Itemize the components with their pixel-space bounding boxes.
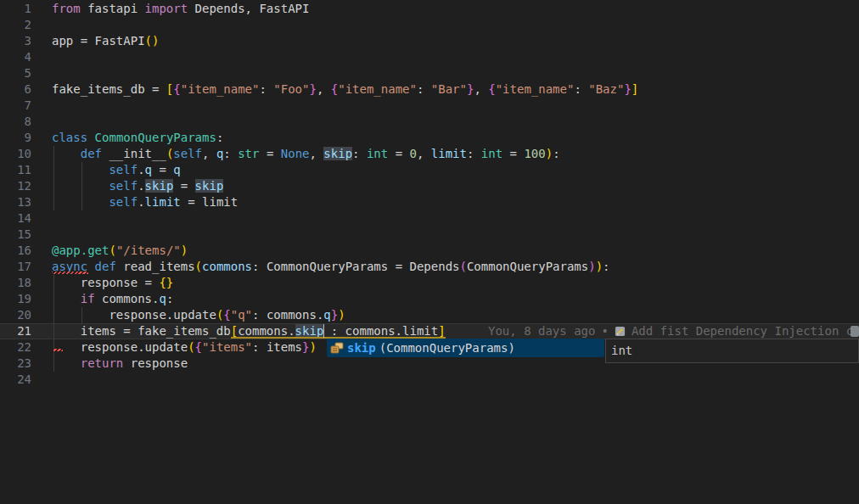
code-text: async def read_items(commons: CommonQuer…	[52, 259, 610, 275]
code-token: :	[259, 82, 273, 96]
code-token: class	[52, 131, 87, 144]
error-squiggle-line22	[53, 349, 63, 351]
code-token: )	[181, 244, 188, 257]
code-token: limit	[145, 195, 181, 209]
code-token: ,	[310, 147, 324, 160]
code-line[interactable]	[0, 98, 859, 114]
code-line[interactable]: async def read_items(commons: CommonQuer…	[0, 259, 859, 275]
code-text: return response	[52, 356, 188, 372]
code-line[interactable]: class CommonQueryParams:	[0, 130, 859, 146]
code-token: )	[588, 260, 595, 273]
code-line[interactable]	[0, 17, 859, 33]
code-token: self	[109, 179, 138, 193]
code-token: read_items	[116, 260, 195, 273]
code-text: self.limit = limit	[52, 194, 238, 210]
code-token: ()	[145, 34, 160, 48]
code-token	[52, 292, 81, 305]
code-token: fastapi	[81, 2, 145, 15]
code-token: commons	[202, 260, 252, 273]
code-token: response.update	[52, 308, 216, 322]
code-token: str	[238, 147, 259, 160]
code-token: :	[574, 82, 588, 96]
blame-author: You, 8 days ago	[488, 323, 595, 339]
code-editor: 123456789101112131415161718192021222324 …	[0, 0, 859, 504]
code-token: "q"	[231, 308, 252, 322]
code-line[interactable]: if commons.q:	[0, 291, 859, 307]
code-token: @app.get	[52, 244, 109, 257]
code-line[interactable]	[0, 372, 859, 388]
code-token: 0	[410, 147, 417, 160]
code-token: =	[173, 179, 194, 193]
code-text: self.q = q	[52, 162, 181, 178]
suggest-item-skip[interactable]: skip (CommonQueryParams)	[327, 339, 604, 357]
code-token: CommonQueryParams	[467, 260, 588, 273]
code-token: from	[52, 2, 81, 15]
code-token: )	[546, 147, 553, 160]
code-line[interactable]	[0, 65, 859, 81]
code-line[interactable]: fake_items_db = [{"item_name": "Foo"}, {…	[0, 81, 859, 98]
code-token: =	[152, 163, 173, 176]
code-token: "item_name"	[496, 82, 575, 96]
git-blame-annotation[interactable]: You, 8 days ago • Add fist Dependency In…	[488, 323, 853, 339]
code-text: from fastapi import Depends, FastAPI	[52, 1, 309, 17]
code-line[interactable]: app = FastAPI()	[0, 33, 859, 49]
memo-icon	[615, 326, 626, 337]
word-highlight: skip	[195, 179, 224, 193]
code-line[interactable]: def __init__(self, q: str = None, skip: …	[0, 146, 859, 162]
code-token	[52, 356, 81, 370]
code-token: if	[81, 292, 95, 305]
code-token: int	[367, 147, 388, 160]
code-token: (	[109, 244, 115, 257]
code-token: __init__	[102, 147, 166, 160]
code-line[interactable]	[0, 210, 859, 227]
code-line[interactable]	[0, 114, 859, 130]
code-token: q	[173, 163, 180, 176]
code-token: fake_items_db =	[52, 82, 166, 96]
code-token: {}	[159, 276, 173, 289]
code-token: commons.	[238, 324, 295, 338]
code-line[interactable]: self.q = q	[0, 162, 859, 178]
code-line[interactable]: self.skip = skip	[0, 178, 859, 194]
code-token: }	[331, 308, 338, 322]
code-token: [	[231, 324, 238, 338]
code-token: items = fake_items_db	[52, 324, 231, 338]
code-token: self	[109, 163, 138, 176]
code-token: "Baz"	[588, 82, 624, 96]
code-token: {	[223, 308, 230, 322]
blame-bullet: •	[601, 323, 608, 339]
code-token: =	[388, 147, 409, 160]
code-token: import	[145, 2, 188, 15]
error-squiggle-async	[52, 272, 88, 274]
code-token: ,	[417, 147, 431, 160]
code-token: : commons.limit	[323, 324, 438, 338]
code-token: : commons.	[252, 308, 323, 322]
code-text: @app.get("/items/")	[52, 243, 188, 259]
code-token: def	[95, 260, 116, 273]
code-text: response.update({"q": commons.q})	[52, 307, 345, 323]
code-token: "Foo"	[273, 82, 309, 96]
code-line[interactable]	[0, 227, 859, 243]
code-text: response.update({"items": items})	[52, 339, 317, 356]
code-line[interactable]: @app.get("/items/")	[0, 243, 859, 259]
suggest-detail-type: int	[611, 343, 632, 359]
code-line[interactable]	[0, 49, 859, 65]
code-line[interactable]: response = {}	[0, 275, 859, 291]
code-text: fake_items_db = [{"item_name": "Foo"}, {…	[52, 81, 638, 98]
code-token: def	[81, 147, 102, 160]
code-line[interactable]: self.limit = limit	[0, 194, 859, 210]
code-token: : items	[252, 340, 302, 354]
code-token	[52, 179, 109, 193]
code-token: {	[195, 340, 202, 354]
code-token: (	[460, 260, 467, 273]
code-line[interactable]: response.update({"q": commons.q})	[0, 307, 859, 323]
code-token: )	[338, 308, 345, 322]
code-token: limit	[202, 195, 238, 209]
code-line[interactable]: from fastapi import Depends, FastAPI	[0, 1, 859, 17]
code-token: :	[166, 292, 173, 305]
code-token: .	[138, 179, 144, 193]
code-token: : CommonQueryParams = Depends	[252, 260, 459, 273]
code-token: q	[159, 292, 166, 305]
suggest-widget: skip (CommonQueryParams)	[327, 339, 604, 357]
code-token: ]	[632, 82, 638, 96]
code-token: ,	[202, 147, 216, 160]
